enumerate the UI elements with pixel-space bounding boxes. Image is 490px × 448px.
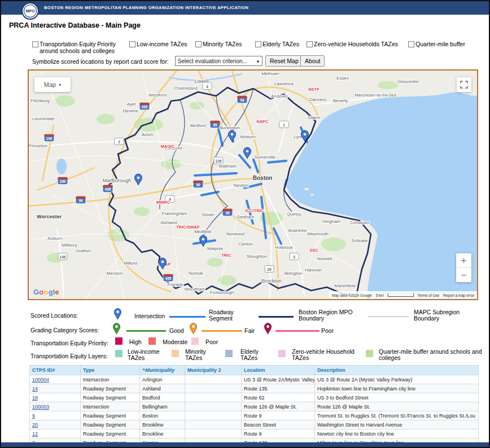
legend-grading-label: Grading Category Scores: <box>30 327 99 333</box>
ctps-id-link[interactable]: 14 <box>32 386 38 392</box>
legend-minority: Minority TAZes <box>185 349 215 361</box>
ctps-id-link[interactable]: 100003 <box>32 404 49 410</box>
svg-text:ICC/TRIC: ICC/TRIC <box>246 208 264 213</box>
map-canvas[interactable]: 49549549593959590902901902332412891146 L… <box>29 71 477 299</box>
transportation-equity-priority-checkbox[interactable] <box>32 41 38 47</box>
svg-text:Danvers: Danvers <box>309 97 326 102</box>
quarter-mile-swatch <box>366 350 373 357</box>
svg-text:2: 2 <box>118 140 120 144</box>
intersection-pin-icon <box>113 307 122 320</box>
column-header-type[interactable]: Type <box>81 366 140 375</box>
evaluation-criterion-value: Select evaluation criterion... <box>178 58 247 64</box>
low-income-tazes-checkbox[interactable] <box>129 41 135 47</box>
map-reservoir <box>56 159 67 174</box>
table-row: 20Roadway SegmentBrooklineBeacon StreetW… <box>30 420 479 429</box>
mpo-logo-text: MPO <box>26 9 35 13</box>
fullscreen-button[interactable] <box>457 77 471 92</box>
svg-text:95: 95 <box>213 123 217 127</box>
svg-text:Medfield: Medfield <box>194 229 211 234</box>
checkbox-quarter-mile-buffer[interactable]: Quarter-mile buffer <box>408 41 482 47</box>
svg-text:TRIC/SWAP: TRIC/SWAP <box>176 225 200 230</box>
legend-roadway-segment: Roadway Segment <box>209 309 244 322</box>
svg-text:495: 495 <box>165 276 172 280</box>
page-title: PRCA Interactive Database - Main Page <box>9 21 141 29</box>
mapc-boundary-line-swatch <box>368 316 409 317</box>
svg-text:Abington: Abington <box>284 271 302 276</box>
ctps-id-link[interactable]: 12 <box>32 431 38 437</box>
map[interactable]: 49549549593959590902901902332412891146 L… <box>28 69 478 300</box>
svg-text:Milford: Milford <box>124 261 137 266</box>
svg-text:Somerville: Somerville <box>254 155 275 160</box>
minority-tazes-checkbox[interactable] <box>195 41 202 47</box>
svg-text:Hingham: Hingham <box>322 219 340 224</box>
google-logo-letter: G <box>33 288 39 296</box>
svg-text:3: 3 <box>293 255 295 259</box>
svg-text:146: 146 <box>60 255 66 259</box>
checkbox-label: Minority TAZes <box>203 41 257 47</box>
map-type-control[interactable]: Map ▾ <box>34 77 71 92</box>
svg-text:Framingham: Framingham <box>162 211 187 216</box>
legend-mpo-boundary: Boston Region MPO Boundary <box>299 309 365 322</box>
svg-text:Lawrence: Lawrence <box>274 81 294 86</box>
svg-text:Lowell: Lowell <box>194 78 209 84</box>
symbolize-label: Symbolize scored locations by report car… <box>32 58 169 65</box>
svg-text:TRIC: TRIC <box>221 253 231 258</box>
evaluation-criterion-select[interactable]: Select evaluation criterion... ▼ <box>175 56 262 66</box>
svg-text:Weymouth: Weymouth <box>307 231 329 236</box>
zero-vehicle-swatch <box>278 350 286 357</box>
google-logo-letter: o <box>43 288 48 296</box>
legend-priority-label: Transportation Equity Priority: <box>30 340 108 346</box>
svg-text:128: 128 <box>216 159 222 163</box>
fullscreen-icon <box>459 80 469 90</box>
about-button[interactable]: About <box>300 55 325 67</box>
svg-text:24: 24 <box>267 267 272 271</box>
checkbox-label: Zero-vehicle Households TAZes <box>314 41 408 47</box>
column-header-ctps-id-[interactable]: CTPS ID# <box>30 366 81 375</box>
svg-text:Burlington: Burlington <box>220 125 240 130</box>
zoom-in-button[interactable]: + <box>456 253 471 267</box>
map-attribution: Map data ©2019 Google 5 km Terms of Use … <box>329 291 477 299</box>
svg-text:495: 495 <box>105 187 111 191</box>
app-header-title: BOSTON REGION METROPOLITAN PLANNING ORGA… <box>44 1 248 15</box>
harbor-island <box>304 188 309 190</box>
svg-text:Manchester-by-the-Sea: Manchester-by-the-Sea <box>355 93 396 98</box>
minority-swatch <box>172 350 179 357</box>
svg-text:Salem: Salem <box>308 115 321 120</box>
column-header-description[interactable]: Description <box>315 366 479 375</box>
legend-zero-vehicle: Zero-vehicle Household TAZes <box>292 349 355 361</box>
moderate-priority-swatch <box>148 337 156 345</box>
svg-text:95: 95 <box>225 211 230 215</box>
svg-text:Chelmsford: Chelmsford <box>174 86 198 91</box>
svg-text:Princeton: Princeton <box>29 143 47 148</box>
column-header-municipality[interactable]: ^Municipality <box>140 366 185 375</box>
svg-text:Foxborough: Foxborough <box>210 290 234 295</box>
report-map-error-link[interactable]: Report a map error <box>443 293 474 297</box>
low-income-swatch <box>115 350 123 357</box>
zoom-control[interactable]: + − <box>456 253 471 282</box>
legend-low-income: Low-income TAZes <box>128 349 168 361</box>
terms-link[interactable]: Terms of Use <box>418 293 439 297</box>
checkbox-minority-tazes[interactable]: Minority TAZes <box>195 41 257 47</box>
svg-text:93: 93 <box>240 98 244 102</box>
ctps-id-link[interactable]: 20 <box>32 422 38 428</box>
zero-vehicle-households-tazes-checkbox[interactable] <box>307 41 313 47</box>
quarter-mile-buffer-checkbox[interactable] <box>408 41 414 47</box>
checkbox-low-income-tazes[interactable]: Low-income TAZes <box>129 41 197 47</box>
checkbox-elderly-tazes[interactable]: Elderly TAZes <box>255 41 312 47</box>
reset-map-button[interactable]: Reset Map <box>265 55 303 67</box>
checkbox-transportation-equity-priority[interactable]: Transportation Equity Priority around sc… <box>32 41 128 54</box>
svg-text:Hanover: Hanover <box>305 267 322 273</box>
elderly-tazes-checkbox[interactable] <box>255 41 261 47</box>
column-header-municipality-2[interactable]: Municipality 2 <box>185 366 242 375</box>
checkbox-zero-vehicle-households-tazes[interactable]: Zero-vehicle Households TAZes <box>307 41 408 47</box>
svg-text:Wrentham: Wrentham <box>185 287 205 292</box>
zoom-out-button[interactable]: − <box>456 267 471 282</box>
map-data-credit: Map data ©2019 Google <box>332 293 372 297</box>
column-header-location[interactable]: Location <box>242 366 315 375</box>
ctps-id-link[interactable]: 9 <box>32 413 35 419</box>
ctps-id-link[interactable]: 100004 <box>32 377 49 383</box>
svg-text:NSPC: NSPC <box>257 119 269 124</box>
ctps-id-link[interactable]: 18 <box>32 395 38 401</box>
table-row: 12Roadway SegmentBrooklineRoute 9Newton … <box>30 429 479 438</box>
table-row: 100003IntersectionBellinghamRoute 126 @ … <box>30 402 479 411</box>
